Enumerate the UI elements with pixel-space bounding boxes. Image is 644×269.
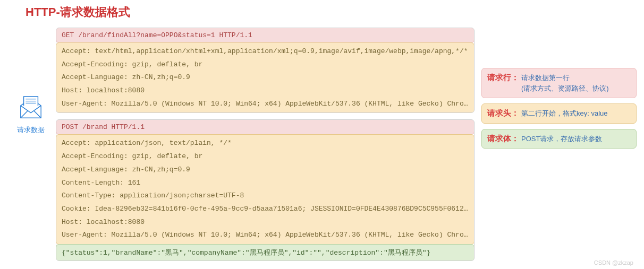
http-blocks-area: GET /brand/findAll?name=OPPO&status=1 HT… [56,28,474,267]
header-line: Accept-Language: zh-CN,zh;q=0.9 [62,71,469,84]
annotation-panel: 请求行： 请求数据第一行 (请求方式、资源路径、协议) 请求头： 第二行开始，格… [481,68,637,154]
post-request-body: {"status":1,"brandName":"黑马","companyNam… [56,244,474,261]
header-line: User-Agent: Mozilla/5.0 (Windows NT 10.0… [62,229,469,242]
annot-label: 请求体： [487,134,519,144]
attribution: CSDN @zkzap [594,259,633,266]
get-request-block: GET /brand/findAll?name=OPPO&status=1 HT… [56,28,474,113]
header-line: Content-Length: 161 [62,177,469,190]
post-request-headers: Accept: application/json, text/plain, */… [56,134,474,245]
header-line: Accept-Language: zh-CN,zh;q=0.9 [62,163,469,177]
annot-request-header: 请求头： 第二行开始，格式key: value [481,103,637,124]
header-line: Accept: application/json, text/plain, */… [62,137,469,150]
header-line: Accept-Encoding: gzip, deflate, br [62,150,469,163]
header-line: User-Agent: Mozilla/5.0 (Windows NT 10.0… [62,98,469,111]
header-line: Content-Type: application/json;charset=U… [62,189,469,203]
icon-label: 请求数据 [16,125,46,135]
annot-text: 请求数据第一行 (请求方式、资源路径、协议) [521,73,609,93]
annot-label: 请求行： [487,73,519,83]
header-line: Accept: text/html,application/xhtml+xml,… [62,45,469,58]
post-request-line: POST /brand HTTP/1.1 [56,119,474,135]
header-line: Host: localhost:8080 [62,216,469,229]
annot-request-line: 请求行： 请求数据第一行 (请求方式、资源路径、协议) [481,68,637,98]
header-line: Host: localhost:8080 [62,84,469,98]
page-title: HTTP-请求数据格式 [26,4,130,20]
post-request-block: POST /brand HTTP/1.1 Accept: application… [56,119,474,261]
header-line: Cookie: Idea-8296eb32=841b16f0-0cfe-495a… [62,203,469,216]
annot-request-body: 请求体： POST请求，存放请求参数 [481,129,637,149]
get-request-line: GET /brand/findAll?name=OPPO&status=1 HT… [56,28,474,43]
request-data-icon-area: 请求数据 [16,96,46,135]
annot-text: POST请求，存放请求参数 [521,134,602,144]
header-line: Accept-Encoding: gzip, deflate, br [62,58,469,72]
annot-text: 第二行开始，格式key: value [521,108,608,119]
envelope-doc-icon [19,96,43,120]
annot-label: 请求头： [487,108,519,118]
get-request-headers: Accept: text/html,application/xhtml+xml,… [56,42,474,113]
